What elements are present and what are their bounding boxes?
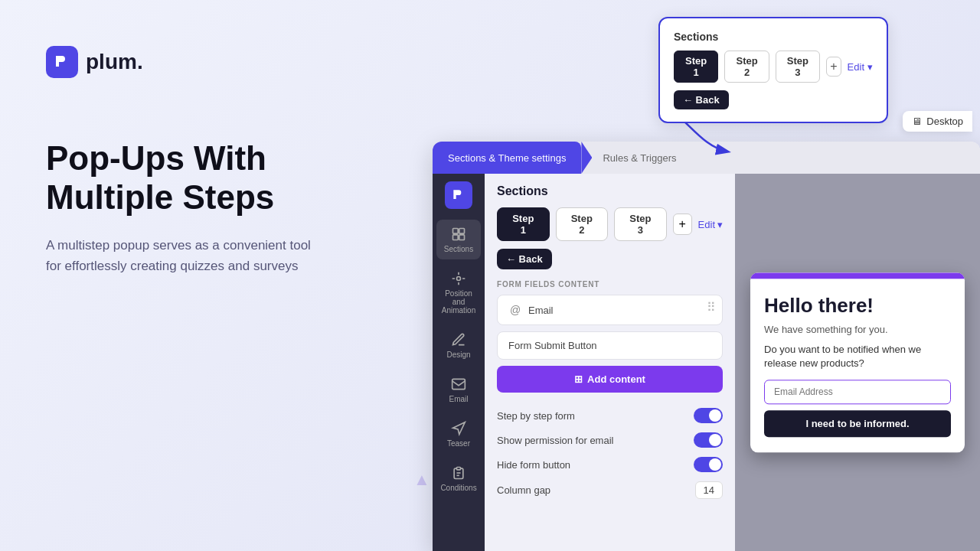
- sidebar-item-conditions[interactable]: Conditions: [436, 458, 481, 498]
- popup-sub-text: We have something for you.: [764, 324, 951, 335]
- floating-step-2-button[interactable]: Step 2: [724, 51, 769, 83]
- popup-preview: Hello there! We have something for you. …: [750, 272, 965, 452]
- step-by-step-toggle-row: Step by step form: [497, 403, 723, 428]
- floating-step-1-button[interactable]: Step 1: [674, 51, 718, 83]
- conditions-label: Conditions: [440, 484, 476, 492]
- sidebar-item-position[interactable]: Position and Animation: [436, 264, 481, 321]
- add-content-button[interactable]: ⊞ Add content: [497, 366, 723, 393]
- step-3-button[interactable]: Step 3: [614, 207, 667, 241]
- svg-rect-3: [459, 235, 465, 240]
- editor-sidebar: Sections Position and Animation Design: [433, 174, 485, 551]
- hide-form-button-label: Hide form button: [497, 459, 570, 471]
- sidebar-item-teaser[interactable]: Teaser: [436, 414, 481, 454]
- popup-question-text: Do you want to be notified when we relea…: [764, 343, 951, 370]
- hide-form-button-toggle-row: Hide form button: [497, 452, 723, 477]
- hide-form-button-toggle[interactable]: [694, 457, 723, 472]
- editor-container: Sections & Theme settings Rules & Trigge…: [433, 142, 980, 551]
- sections-icon: [450, 226, 467, 243]
- conditions-icon: [450, 465, 467, 481]
- floating-sections-card: Sections Step 1 Step 2 Step 3 + Edit ▾ ←…: [658, 17, 888, 123]
- editor-content-panel: Sections Step 1 Step 2 Step 3 + Edit ▾ ←…: [485, 174, 735, 551]
- svg-rect-5: [452, 379, 466, 389]
- step-by-step-label: Step by step form: [497, 410, 575, 422]
- email-field-left: @ Email: [508, 303, 554, 317]
- design-icon: [450, 331, 467, 348]
- email-label: Email: [449, 395, 468, 403]
- drag-handle-email[interactable]: ⠿: [707, 300, 716, 315]
- popup-email-input[interactable]: [764, 380, 951, 404]
- left-panel: plum. Pop-Ups With Multiple Steps A mult…: [46, 46, 398, 277]
- form-fields-label: FORM FIELDS CONTENT: [497, 280, 723, 289]
- show-permission-toggle-row: Show permission for email: [497, 428, 723, 452]
- popup-accent-bar: [750, 272, 965, 279]
- edit-link[interactable]: Edit ▾: [698, 219, 723, 230]
- floating-edit-button[interactable]: Edit ▾: [848, 61, 873, 73]
- back-button[interactable]: ← Back: [497, 249, 552, 269]
- editor-body: Sections Position and Animation Design: [433, 174, 980, 551]
- tab-sections-theme[interactable]: Sections & Theme settings: [433, 142, 581, 174]
- svg-rect-6: [457, 468, 461, 470]
- logo: plum.: [46, 46, 398, 78]
- monitor-icon: 🖥: [912, 116, 922, 127]
- submit-field-left: Form Submit Button: [508, 340, 597, 351]
- floating-add-step-button[interactable]: +: [826, 57, 841, 77]
- popup-body: Hello there! We have something for you. …: [750, 279, 965, 452]
- floating-step-3-button[interactable]: Step 3: [776, 51, 820, 83]
- plum-logo-svg: [53, 53, 71, 71]
- email-field-name: Email: [528, 305, 554, 316]
- design-label: Design: [446, 350, 470, 359]
- teaser-label: Teaser: [447, 439, 470, 448]
- sidebar-logo-icon: [451, 187, 466, 203]
- popup-hello-text: Hello there!: [764, 294, 951, 318]
- column-gap-label: Column gap: [497, 484, 550, 496]
- submit-field-item: Form Submit Button: [497, 331, 723, 360]
- sidebar-item-email[interactable]: Email: [436, 370, 481, 409]
- show-permission-toggle[interactable]: [694, 432, 723, 448]
- svg-rect-0: [453, 229, 459, 234]
- position-icon: [450, 270, 467, 287]
- sections-header: Sections: [497, 184, 723, 198]
- column-gap-row: Column gap 14: [497, 477, 723, 504]
- email-field-icon: @: [508, 303, 522, 317]
- floating-back-button[interactable]: ← Back: [674, 90, 729, 109]
- step-1-button[interactable]: Step 1: [497, 207, 550, 241]
- popup-submit-button[interactable]: I need to be informed.: [764, 410, 951, 437]
- add-content-label: Add content: [587, 373, 645, 385]
- sidebar-logo: [445, 181, 472, 209]
- add-step-button[interactable]: +: [673, 214, 692, 235]
- desktop-label: Desktop: [926, 116, 963, 127]
- sections-label: Sections: [444, 245, 473, 253]
- logo-icon: [46, 46, 78, 78]
- steps-row: Step 1 Step 2 Step 3 + Edit ▾: [497, 207, 723, 241]
- desktop-badge[interactable]: 🖥 Desktop: [903, 111, 972, 132]
- hero-subtitle: A multistep popup serves as a convenient…: [46, 235, 322, 276]
- step-2-button[interactable]: Step 2: [556, 207, 609, 241]
- svg-point-4: [457, 277, 461, 281]
- show-permission-label: Show permission for email: [497, 435, 613, 446]
- card-steps-row: Step 1 Step 2 Step 3 + Edit ▾: [674, 51, 873, 83]
- logo-text: plum.: [86, 50, 143, 74]
- email-icon: [450, 376, 467, 393]
- column-gap-value[interactable]: 14: [695, 481, 723, 499]
- preview-panel: Hello there! We have something for you. …: [735, 174, 980, 551]
- email-field-item: @ Email ⠿: [497, 295, 723, 325]
- submit-field-name: Form Submit Button: [508, 340, 597, 351]
- add-content-icon: ⊞: [574, 373, 583, 385]
- hero-title: Pop-Ups With Multiple Steps: [46, 139, 398, 217]
- svg-rect-2: [453, 235, 459, 240]
- position-label: Position and Animation: [441, 289, 476, 315]
- sidebar-item-design[interactable]: Design: [436, 325, 481, 365]
- floating-back-row: ← Back: [674, 90, 873, 109]
- teaser-icon: [450, 420, 467, 437]
- step-by-step-toggle[interactable]: [694, 408, 723, 423]
- svg-rect-1: [459, 229, 465, 234]
- floating-card-title: Sections: [674, 31, 873, 43]
- sidebar-item-sections[interactable]: Sections: [436, 220, 481, 259]
